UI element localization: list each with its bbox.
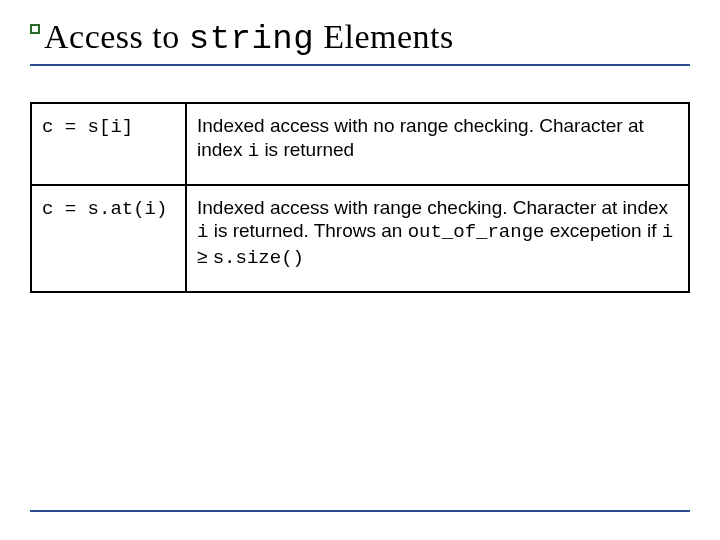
cell-desc: Indexed access with range checking. Char… [186, 185, 689, 292]
desc-code: i [662, 221, 673, 243]
code-expr: c = s.at(i) [42, 198, 167, 220]
title-underline [30, 64, 690, 66]
desc-text: excepetion if [544, 220, 661, 241]
title-text-post: Elements [314, 18, 454, 55]
desc-code: i [197, 221, 208, 243]
desc-code: i [248, 140, 259, 162]
title-block: Access to string Elements [30, 18, 690, 58]
desc-text: Indexed access with range checking. Char… [197, 197, 668, 218]
slide-title: Access to string Elements [44, 18, 690, 58]
desc-code: s.size() [213, 247, 304, 269]
table-row: c = s.at(i) Indexed access with range ch… [31, 185, 689, 292]
bottom-underline [30, 510, 690, 512]
title-text-pre: Access to [44, 18, 189, 55]
desc-text: ≥ [197, 246, 213, 267]
desc-code: out_of_range [408, 221, 545, 243]
cell-desc: Indexed access with no range checking. C… [186, 103, 689, 185]
cell-code: c = s.at(i) [31, 185, 186, 292]
code-expr: c = s[i] [42, 116, 133, 138]
bullet-square-icon [30, 24, 40, 34]
desc-text: is returned. Throws an [208, 220, 407, 241]
table-row: c = s[i] Indexed access with no range ch… [31, 103, 689, 185]
desc-text: is returned [259, 139, 354, 160]
cell-code: c = s[i] [31, 103, 186, 185]
slide: Access to string Elements c = s[i] Index… [0, 0, 720, 540]
title-code: string [189, 20, 314, 58]
operations-table: c = s[i] Indexed access with no range ch… [30, 102, 690, 293]
